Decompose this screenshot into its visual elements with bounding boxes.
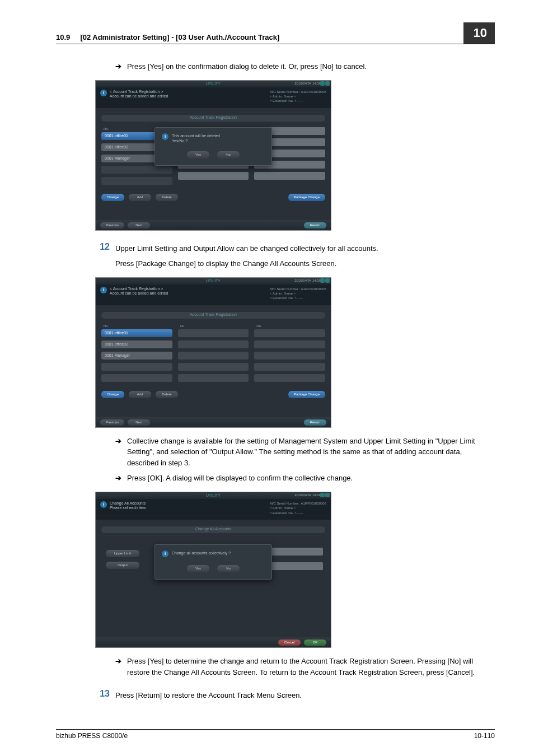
ss-meta-serial: M/C Serial Number : A1RF001000008 xyxy=(270,287,326,291)
ss-tab-label: Change All Accounts xyxy=(195,527,231,531)
ss-meta-admin: < Admin. Name > xyxy=(270,94,326,99)
ss-statusbar: Cancel OK xyxy=(96,637,331,647)
col-no-label: No. xyxy=(256,324,325,328)
toner-icon xyxy=(320,278,325,283)
step-text: Upper Limit Setting and Output Allow can… xyxy=(115,242,495,254)
arrow-icon: ➔ xyxy=(115,473,121,484)
ss-topbar: UTILITY 2010/04/04 14:30 xyxy=(96,278,331,284)
arrow-icon: ➔ xyxy=(115,61,121,72)
step12-bullet-2: ➔ Press [OK]. A dialog will be displayed… xyxy=(115,473,495,484)
next-button[interactable]: Next xyxy=(128,222,150,228)
section-title: [02 Administrator Setting] - [03 User Au… xyxy=(80,33,279,41)
ss-body: Account Track Registration No. 0001 offi… xyxy=(96,305,331,417)
step12-bullet-3: ➔ Press [Yes] to determine the change an… xyxy=(115,656,495,678)
screenshot-account-list: UTILITY 2010/04/04 14:30 i < Account Tra… xyxy=(95,277,331,428)
ss-meta-serial: M/C Serial Number : A1RF001000008 xyxy=(270,90,326,94)
arrow-icon: ➔ xyxy=(115,436,121,447)
previous-button[interactable]: Previous xyxy=(100,419,124,426)
chapter-badge: 10 xyxy=(463,22,495,44)
ss-tabbar: Change All Accounts xyxy=(101,526,325,533)
dialog-line2: Yes/No ? xyxy=(172,138,220,143)
package-change-button[interactable]: Package Change xyxy=(288,194,325,201)
no-button[interactable]: No xyxy=(217,565,240,572)
change-button[interactable]: Change xyxy=(101,391,124,398)
cancel-button[interactable]: Cancel xyxy=(278,640,301,646)
return-button[interactable]: Return xyxy=(304,419,326,426)
ok-button[interactable]: OK xyxy=(304,640,326,646)
add-button[interactable]: Add xyxy=(129,391,151,398)
no-button[interactable]: No xyxy=(217,151,240,158)
list-item[interactable]: 0001 office01 xyxy=(101,329,172,337)
ss-statusbar: Previous Next Return xyxy=(96,417,331,427)
list-item xyxy=(254,352,325,360)
yes-button[interactable]: Yes xyxy=(187,565,209,572)
ss-tab-label: Account Track Registration xyxy=(190,312,237,316)
topbar-icons xyxy=(320,278,330,283)
step12-bullet-1: ➔ Collective change is available for the… xyxy=(115,436,495,469)
ss-meta-ext: < Extension No. > ----- xyxy=(270,296,326,300)
ss-meta-ext: < Extension No. > ----- xyxy=(270,511,326,515)
step-number: 13 xyxy=(95,689,115,699)
delete-button[interactable]: Delete xyxy=(156,194,178,201)
ss-title: Change All Accounts Please set each item xyxy=(110,501,146,511)
step11-bullet: ➔ Press [Yes] on the confirmation dialog… xyxy=(115,61,495,72)
footer-page: 10-110 xyxy=(474,732,495,740)
dialog-text: This account will be deleted Yes/No ? xyxy=(172,133,220,143)
ss-meta: M/C Serial Number : A1RF001000008 < Admi… xyxy=(270,90,326,104)
utility-label: UTILITY xyxy=(206,279,221,283)
return-button[interactable]: Return xyxy=(304,222,326,228)
help-icon xyxy=(325,493,330,497)
list-item xyxy=(254,172,325,180)
col-no-label: No. xyxy=(180,324,249,328)
upper-limit-button[interactable]: Upper Limit xyxy=(106,550,139,557)
list-item xyxy=(254,329,325,337)
package-change-button[interactable]: Package Change xyxy=(288,391,325,398)
dialog-line1: This account will be deleted xyxy=(172,133,220,138)
previous-button[interactable]: Previous xyxy=(100,222,124,228)
ss-action-row: Change Add Delete Package Change xyxy=(101,391,325,398)
step-12-sub: Press [Package Change] to display the Ch… xyxy=(115,258,495,269)
list-item[interactable]: 0001 Manager xyxy=(101,352,172,360)
output-button[interactable]: Output xyxy=(106,562,139,569)
add-button[interactable]: Add xyxy=(129,194,151,201)
ss-tab-label: Account Track Registration xyxy=(190,115,237,119)
toner-icon xyxy=(320,493,325,497)
utility-label: UTILITY xyxy=(206,82,221,86)
ss-title-line2: Account can be added and edited xyxy=(110,94,168,99)
ss-header: i Change All Accounts Please set each it… xyxy=(96,499,331,520)
topbar-icons xyxy=(320,81,330,86)
ss-title-line2: Account can be added and edited xyxy=(110,291,168,296)
info-icon: i xyxy=(100,90,107,96)
step12-bullet-2-text: Press [OK]. A dialog will be displayed t… xyxy=(127,473,495,484)
page-footer: bizhub PRESS C8000/e 10-110 xyxy=(56,729,495,740)
dialog-text: Change all accounts collectively ? xyxy=(172,550,231,556)
ss-body: Change All Accounts Upper Limit Output i… xyxy=(96,520,331,637)
list-item xyxy=(101,177,172,185)
ss-title: < Account Track Registration > Account c… xyxy=(110,287,168,296)
confirm-dialog: i Change all accounts collectively ? Yes… xyxy=(154,544,272,580)
next-button[interactable]: Next xyxy=(128,419,150,426)
help-icon xyxy=(325,81,330,86)
list-item xyxy=(178,363,249,371)
list-item xyxy=(101,166,172,174)
step-12: 12 Upper Limit Setting and Output Allow … xyxy=(95,242,495,254)
ss-title-line1: < Account Track Registration > xyxy=(110,90,168,94)
ss-tabbar: Account Track Registration xyxy=(101,312,325,319)
list-item xyxy=(178,352,249,360)
ss-title: < Account Track Registration > Account c… xyxy=(110,90,168,99)
yes-button[interactable]: Yes xyxy=(187,151,209,158)
confirm-dialog: i This account will be deleted Yes/No ? … xyxy=(154,127,272,166)
ss-meta: M/C Serial Number : A1RF001000008 < Admi… xyxy=(270,501,326,515)
ss-tabbar: Account Track Registration xyxy=(101,115,325,122)
list-item xyxy=(254,374,325,382)
screenshot-change-all: UTILITY 2010/04/04 14:30 i Change All Ac… xyxy=(95,492,331,648)
list-item[interactable]: 0001 office02 xyxy=(101,340,172,348)
help-icon xyxy=(325,278,330,283)
step11-bullet-text: Press [Yes] on the confirmation dialog t… xyxy=(127,61,495,72)
ss-meta-serial: M/C Serial Number : A1RF001000008 xyxy=(270,501,326,506)
change-button[interactable]: Change xyxy=(101,194,124,201)
ss-meta-admin: < Admin. Name > xyxy=(270,506,326,510)
delete-button[interactable]: Delete xyxy=(156,391,178,398)
col-no-label: No. xyxy=(104,324,172,328)
side-buttons: Upper Limit Output xyxy=(106,550,139,569)
